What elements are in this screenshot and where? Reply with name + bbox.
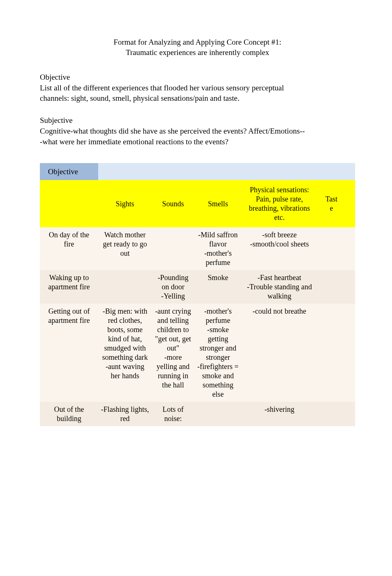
cell-extra: [345, 227, 355, 270]
header-blank-extra: [345, 180, 355, 227]
table-objective-blank: [242, 163, 317, 180]
cell-physical: -could not breathe: [242, 304, 317, 402]
cell-extra: [345, 304, 355, 402]
row-label: Getting out of apartment fire: [40, 304, 98, 402]
header-physical: Physical sensations: Pain, pulse rate, b…: [242, 180, 317, 227]
table-row: Out of the building -Flashing lights, re…: [40, 402, 355, 426]
table-row: Waking up to apartment fire -Pounding on…: [40, 270, 355, 304]
header-sights: Sights: [98, 180, 152, 227]
table-objective-blank: [345, 163, 355, 180]
cell-extra: [345, 270, 355, 304]
objective-heading: Objective: [40, 73, 355, 82]
cell-sights: -Flashing lights, red: [98, 402, 152, 426]
header-blank: [40, 180, 98, 227]
table-objective-blank: [317, 163, 345, 180]
table-objective-blank: [98, 163, 152, 180]
cell-sounds: Lots of noise:: [152, 402, 194, 426]
cell-taste: [317, 227, 345, 270]
cell-smells: Smoke: [194, 270, 241, 304]
cell-taste: [317, 304, 345, 402]
header-taste: Tast e: [317, 180, 345, 227]
cell-physical: -soft breeze -smooth/cool sheets: [242, 227, 317, 270]
cell-taste: [317, 270, 345, 304]
row-label: On day of the fire: [40, 227, 98, 270]
cell-sounds: -Pounding on door -Yelling: [152, 270, 194, 304]
cell-sights: Watch mother get ready to go out: [98, 227, 152, 270]
cell-taste: [317, 402, 345, 426]
table-row-objective: Objective: [40, 163, 355, 180]
table-objective-blank: [194, 163, 241, 180]
cell-extra: [345, 402, 355, 426]
subjective-heading: Subjective: [40, 116, 355, 125]
table-row: Getting out of apartment fire -Big men: …: [40, 304, 355, 402]
cell-physical: -shivering: [242, 402, 317, 426]
cell-sounds: -aunt crying and telling children to "ge…: [152, 304, 194, 402]
cell-physical: -Fast heartbeat -Trouble standing and wa…: [242, 270, 317, 304]
cell-sights: [98, 270, 152, 304]
header-sounds: Sounds: [152, 180, 194, 227]
objective-body: List all of the different experiences th…: [40, 83, 306, 104]
row-label: Waking up to apartment fire: [40, 270, 98, 304]
analysis-table: Objective Sights Sounds Smells Physical …: [40, 163, 355, 426]
cell-smells: -Mild saffron flavor -mother's perfume: [194, 227, 241, 270]
cell-sounds: [152, 227, 194, 270]
table-header-row: Sights Sounds Smells Physical sensations…: [40, 180, 355, 227]
cell-smells: [194, 402, 241, 426]
doc-title-line2: Traumatic experiences are inherently com…: [79, 47, 316, 58]
table-objective-cell: Objective: [40, 163, 98, 180]
cell-sights: -Big men: with red clothes, boots, some …: [98, 304, 152, 402]
table-objective-blank: [152, 163, 194, 180]
header-smells: Smells: [194, 180, 241, 227]
cell-smells: -mother's perfume -smoke getting stronge…: [194, 304, 241, 402]
subjective-body: Cognitive-what thoughts did she have as …: [40, 126, 306, 147]
table-row: On day of the fire Watch mother get read…: [40, 227, 355, 270]
doc-title-line1: Format for Analyzing and Applying Core C…: [79, 37, 316, 47]
row-label: Out of the building: [40, 402, 98, 426]
